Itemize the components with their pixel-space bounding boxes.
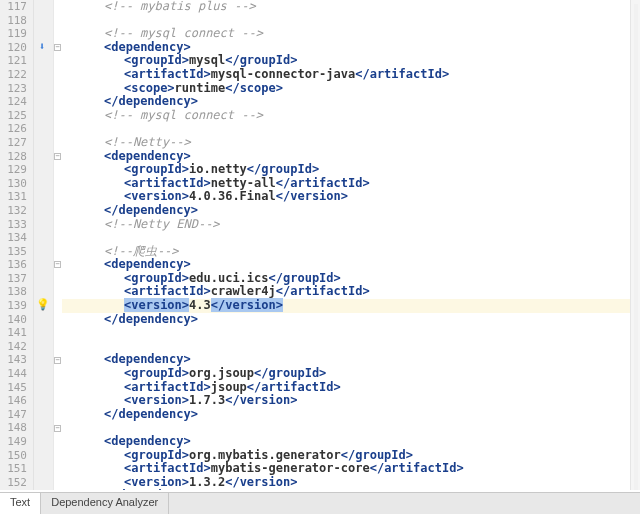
line-number: 150 [0,449,27,463]
line-number: 118 [0,14,27,28]
code-line[interactable]: <!--Netty END--> [64,218,640,232]
code-line[interactable]: <dependency> [64,150,640,164]
line-number: 127 [0,136,27,150]
line-number: 120 [0,41,27,55]
code-line[interactable]: <groupId>org.jsoup</groupId> [64,367,640,381]
code-editor[interactable]: 1171181191201211221231241251261271281291… [0,0,640,490]
editor-bottom-tabs[interactable]: TextDependency Analyzer [0,492,640,514]
fold-toggle-icon[interactable]: − [54,153,61,160]
line-number: 130 [0,177,27,191]
code-line[interactable] [64,122,640,136]
code-line[interactable]: <!-- mysql connect --> [64,27,640,41]
line-number: 125 [0,109,27,123]
code-line[interactable]: </dependency> [64,313,640,327]
code-line[interactable]: <version>1.7.3</version> [64,394,640,408]
gutter-annotations: ⬇💡 [34,0,54,490]
line-number: 134 [0,231,27,245]
override-icon[interactable]: ⬇ [36,41,48,53]
code-line[interactable]: <version>4.3</version> [64,299,640,313]
line-number: 123 [0,82,27,96]
code-line[interactable]: <dependency> [64,258,640,272]
fold-toggle-icon[interactable]: − [54,44,61,51]
code-line[interactable]: <groupId>mysql</groupId> [64,54,640,68]
code-line[interactable]: <!-- mybatis plus --> [64,0,640,14]
intention-bulb-icon[interactable]: 💡 [36,299,48,311]
code-line[interactable]: <artifactId>jsoup</artifactId> [64,381,640,395]
code-line[interactable]: <version>1.3.2</version> [64,476,640,490]
line-number: 144 [0,367,27,381]
line-number: 122 [0,68,27,82]
code-line[interactable] [64,14,640,28]
code-line[interactable]: <groupId>edu.uci.ics</groupId> [64,272,640,286]
tab-dependency-analyzer[interactable]: Dependency Analyzer [41,493,169,514]
code-line[interactable]: <dependency> [64,435,640,449]
code-line[interactable]: <!--Netty--> [64,136,640,150]
fold-toggle-icon[interactable]: − [54,261,61,268]
line-number: 138 [0,285,27,299]
code-line[interactable]: <dependency> [64,41,640,55]
line-number: 146 [0,394,27,408]
code-line[interactable] [64,340,640,354]
line-number: 124 [0,95,27,109]
line-number: 121 [0,54,27,68]
line-number: 126 [0,122,27,136]
code-line[interactable]: </dependency> [64,489,640,490]
line-number: 152 [0,476,27,490]
code-line[interactable] [64,421,640,435]
code-line[interactable] [64,326,640,340]
line-number: 117 [0,0,27,14]
line-number: 149 [0,435,27,449]
line-number-gutter: 1171181191201211221231241251261271281291… [0,0,34,490]
code-line[interactable]: <artifactId>mysql-connector-java</artifa… [64,68,640,82]
fold-toggle-icon[interactable]: − [54,357,61,364]
line-number: 135 [0,245,27,259]
line-number: 145 [0,381,27,395]
line-number: 139 [0,299,27,313]
error-stripe [630,0,640,490]
line-number: 153 [0,489,27,490]
line-number: 129 [0,163,27,177]
code-line[interactable]: <groupId>io.netty</groupId> [64,163,640,177]
line-number: 147 [0,408,27,422]
line-number: 136 [0,258,27,272]
code-line[interactable]: </dependency> [64,204,640,218]
code-line[interactable]: <dependency> [64,353,640,367]
code-line[interactable]: <artifactId>mybatis-generator-core</arti… [64,462,640,476]
code-line[interactable]: <!-- mysql connect --> [64,109,640,123]
line-number: 132 [0,204,27,218]
code-line[interactable]: <artifactId>crawler4j</artifactId> [64,285,640,299]
code-line[interactable]: <!--爬虫--> [64,245,640,259]
line-number: 151 [0,462,27,476]
line-number: 142 [0,340,27,354]
line-number: 128 [0,150,27,164]
line-number: 141 [0,326,27,340]
code-area[interactable]: <!-- mybatis plus --><!-- mysql connect … [62,0,640,490]
code-line[interactable]: <version>4.0.36.Final</version> [64,190,640,204]
line-number: 140 [0,313,27,327]
code-line[interactable]: </dependency> [64,95,640,109]
line-number: 119 [0,27,27,41]
tab-text[interactable]: Text [0,493,41,514]
line-number: 131 [0,190,27,204]
code-line[interactable] [64,231,640,245]
code-line[interactable]: <groupId>org.mybatis.generator</groupId> [64,449,640,463]
line-number: 133 [0,218,27,232]
line-number: 148 [0,421,27,435]
code-line[interactable]: <scope>runtime</scope> [64,82,640,96]
code-line[interactable]: </dependency> [64,408,640,422]
line-number: 143 [0,353,27,367]
fold-strip[interactable]: −−−−− [54,0,62,490]
code-line[interactable]: <artifactId>netty-all</artifactId> [64,177,640,191]
fold-toggle-icon[interactable]: − [54,425,61,432]
line-number: 137 [0,272,27,286]
